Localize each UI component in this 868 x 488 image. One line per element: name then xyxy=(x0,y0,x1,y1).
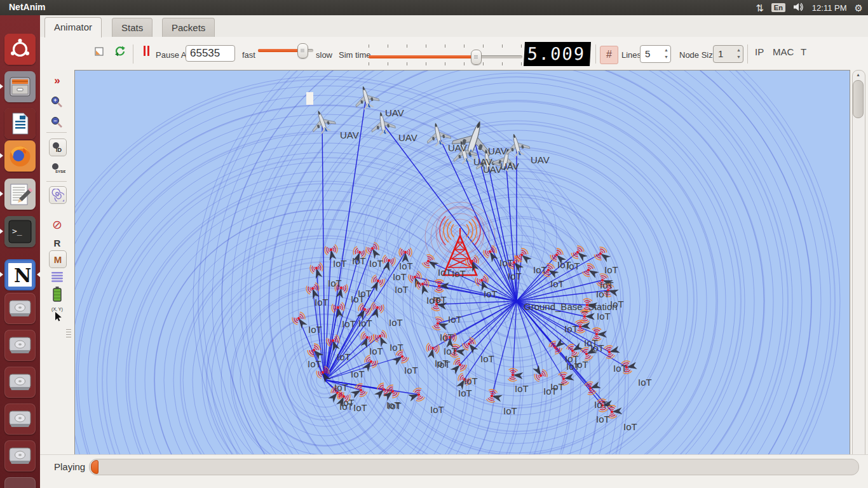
simulation-canvas[interactable]: IoTIoTIoTIoTIoTIoTIoTIoTIoTIoTIoTIoTIoTI… xyxy=(74,70,850,456)
svg-text:+: + xyxy=(53,97,57,104)
show-meta-button[interactable]: M xyxy=(49,250,67,268)
running-indicator-arrow xyxy=(0,272,3,277)
pause-indicator-icon[interactable] xyxy=(144,46,151,56)
svg-text:IoT: IoT xyxy=(458,388,472,398)
svg-text:UAV: UAV xyxy=(385,107,404,118)
zoom-in-button[interactable]: + xyxy=(49,94,65,111)
svg-text:IoT: IoT xyxy=(333,258,347,269)
svg-text:IoT: IoT xyxy=(404,365,418,376)
svg-text:IoT: IoT xyxy=(594,399,608,410)
node-size-spinbox[interactable]: 1 ▲▼ xyxy=(713,45,743,63)
launcher-item-disk-drive-3[interactable] xyxy=(4,367,36,398)
launcher-item-trash[interactable] xyxy=(4,477,36,488)
vertical-scrollbar[interactable] xyxy=(852,70,865,468)
input-language-badge[interactable]: En xyxy=(771,3,785,12)
launcher-item-netanim[interactable]: N xyxy=(4,259,36,290)
show-sys-id-button[interactable]: SYSID xyxy=(49,160,65,177)
svg-text:IoT: IoT xyxy=(342,318,356,329)
launcher-item-file-manager[interactable] xyxy=(4,71,36,102)
svg-text:IoT: IoT xyxy=(438,267,452,278)
sim-time-slider[interactable] xyxy=(369,50,522,64)
svg-text:N: N xyxy=(14,264,31,287)
launcher-item-text-editor[interactable] xyxy=(4,179,36,210)
svg-text:IoT: IoT xyxy=(480,353,494,364)
svg-text:UAV: UAV xyxy=(488,146,507,156)
id-icon: SYSID xyxy=(49,160,65,177)
toolbar-separator xyxy=(46,181,67,182)
focused-indicator-arrow xyxy=(37,272,40,277)
svg-text:IoT: IoT xyxy=(352,255,366,266)
lines-spinbox[interactable]: 5 ▲▼ xyxy=(640,45,671,63)
svg-text:IoT: IoT xyxy=(437,359,451,370)
launcher-item-disk-drive-2[interactable] xyxy=(4,330,36,361)
speed-slider[interactable] xyxy=(258,43,313,57)
launcher-item-firefox[interactable] xyxy=(4,140,36,172)
svg-text:IoT: IoT xyxy=(386,400,400,410)
sim-time-lcd: 5.009 xyxy=(524,42,591,66)
volume-icon[interactable] xyxy=(793,2,804,14)
svg-text:IoT: IoT xyxy=(638,377,652,388)
svg-text:ID: ID xyxy=(56,147,62,153)
svg-text:IoT: IoT xyxy=(590,342,604,353)
svg-text:IoT: IoT xyxy=(448,314,462,325)
orbit-view-button[interactable] xyxy=(49,186,67,204)
magnifier-icon: + xyxy=(50,95,64,109)
tab-stats[interactable]: Stats xyxy=(112,18,153,37)
svg-text:(X, Y): (X, Y) xyxy=(51,307,63,312)
svg-text:IoT: IoT xyxy=(464,376,478,386)
tab-packets[interactable]: Packets xyxy=(162,18,215,37)
grid-toggle-button[interactable]: # xyxy=(600,46,618,64)
svg-text:IoT: IoT xyxy=(484,288,498,299)
show-trajectory-button[interactable]: T xyxy=(797,44,810,59)
zoom-out-button[interactable]: − xyxy=(49,114,65,131)
launcher-item-disk-drive-1[interactable] xyxy=(4,293,36,324)
keyboard-indicator-icon[interactable]: ⇅ xyxy=(756,3,764,13)
open-file-button[interactable] xyxy=(93,46,105,60)
svg-text:IoT: IoT xyxy=(613,363,627,374)
playback-progress-bar xyxy=(89,459,859,475)
tab-bar: AnimatorStatsPackets xyxy=(40,15,868,37)
svg-text:IoT: IoT xyxy=(533,264,547,275)
show-routing-button[interactable]: R xyxy=(49,234,65,251)
clock[interactable]: 12:11 PM xyxy=(812,3,847,13)
show-ip-button[interactable]: IP xyxy=(752,44,767,59)
fast-label: fast xyxy=(242,50,255,60)
pause-at-input[interactable] xyxy=(186,45,235,62)
svg-text:IoT: IoT xyxy=(334,382,348,393)
svg-text:IoT: IoT xyxy=(369,258,383,269)
node-size-label: Node Size xyxy=(679,50,717,60)
svg-text:UAV: UAV xyxy=(398,132,417,143)
show-node-id-button[interactable]: ID xyxy=(49,139,67,156)
scrollbar-thumb[interactable] xyxy=(853,80,864,118)
session-gear-icon[interactable]: ⚙ xyxy=(855,3,863,13)
battery-stats-button[interactable] xyxy=(49,286,65,302)
svg-text:IoT: IoT xyxy=(433,294,447,305)
sim-slider-ticks-top xyxy=(369,44,522,48)
chevrons-icon: » xyxy=(54,74,60,87)
launcher-item-ubuntu-dash[interactable] xyxy=(4,34,36,65)
svg-text:IoT: IoT xyxy=(452,268,466,279)
show-mac-button[interactable]: MAC xyxy=(770,44,797,59)
svg-text:SYSID: SYSID xyxy=(55,170,65,173)
block-packets-button[interactable]: ⊘ xyxy=(49,216,65,233)
splitter-grip[interactable] xyxy=(66,329,71,338)
xy-cursor-icon: (X, Y) xyxy=(49,306,65,323)
magnifier-icon: − xyxy=(50,116,64,130)
show-ip-list-button[interactable] xyxy=(49,269,65,285)
speed-slider-handle[interactable] xyxy=(297,43,308,58)
launcher-item-terminal[interactable]: >_ xyxy=(4,216,36,247)
svg-text:IoT: IoT xyxy=(597,311,611,322)
reload-button[interactable] xyxy=(114,45,126,60)
svg-text:IoT: IoT xyxy=(444,346,458,356)
svg-text:IoT: IoT xyxy=(543,386,557,396)
scroll-up-button[interactable]: ▴ xyxy=(852,71,864,79)
launcher-item-disk-drive-5[interactable] xyxy=(4,440,36,471)
launcher-item-libreoffice-writer[interactable] xyxy=(4,108,36,139)
show-xy-button[interactable]: (X, Y) xyxy=(49,306,65,323)
tab-animator[interactable]: Animator xyxy=(44,17,102,37)
svg-text:IoT: IoT xyxy=(395,284,409,295)
svg-text:IoT: IoT xyxy=(358,288,372,299)
launcher-item-disk-drive-4[interactable] xyxy=(4,403,36,435)
svg-text:IoT: IoT xyxy=(430,404,444,415)
expand-toolbar-button[interactable]: » xyxy=(49,72,65,89)
